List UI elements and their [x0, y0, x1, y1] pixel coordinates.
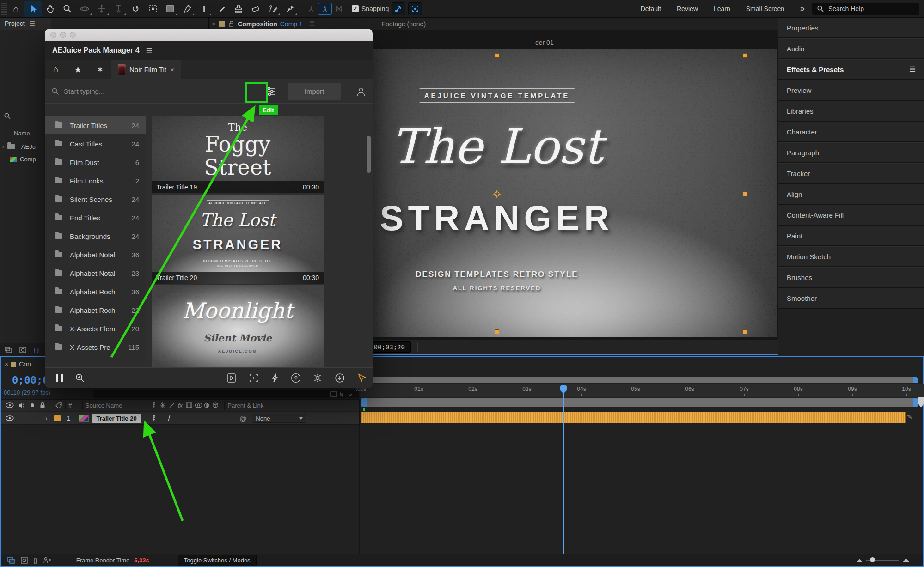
- workspace-tab-learn[interactable]: Learn: [714, 5, 730, 12]
- project-footer-icon-2[interactable]: [19, 347, 26, 353]
- category-end-titles[interactable]: End Titles24: [45, 208, 146, 227]
- comp-label-color-chip[interactable]: [219, 21, 225, 27]
- aejuice-pack-tab[interactable]: Noir Film Tit ×: [111, 60, 181, 79]
- home-tool-icon[interactable]: ⌂: [7, 1, 24, 17]
- layer-number-column[interactable]: #: [68, 402, 72, 409]
- layer-duration-bar[interactable]: [361, 412, 906, 423]
- aejuice-titlebar[interactable]: [45, 29, 373, 41]
- search-help-box[interactable]: Search Help: [812, 3, 919, 15]
- eraser-tool-icon[interactable]: [247, 1, 264, 17]
- panel-tab-effects-presets[interactable]: Effects & Presets☰: [778, 59, 924, 80]
- rotate-tool-icon[interactable]: ↺: [127, 1, 144, 17]
- category-backgrounds[interactable]: Backgrounds24: [45, 227, 146, 245]
- panel-tab-properties[interactable]: Properties: [778, 18, 924, 38]
- workspace-tab-small-screen[interactable]: Small Screen: [746, 5, 784, 12]
- parent-link-column[interactable]: Parent & Link: [227, 402, 263, 409]
- selection-handle-mid-right[interactable]: [743, 192, 747, 196]
- category-alphabet-notal-2[interactable]: Alphabet Notal23: [45, 264, 146, 282]
- project-footer-icon-3[interactable]: { }: [34, 346, 39, 353]
- panel-tab-smoother[interactable]: Smoother: [778, 288, 924, 309]
- panel-menu-icon[interactable]: ☰: [309, 20, 315, 28]
- panel-tab-character[interactable]: Character: [778, 122, 924, 142]
- live-update-icon[interactable]: [7, 557, 15, 564]
- panel-tab-content-aware-fill[interactable]: Content-Aware Fill: [778, 205, 924, 226]
- video-eye-icon[interactable]: [6, 402, 14, 408]
- lock-icon[interactable]: [40, 402, 45, 408]
- aejuice-search-placeholder[interactable]: Start typing...: [64, 87, 104, 95]
- composition-preview-image[interactable]: AEJUICE VINTAGE TEMPLATE The Lost STRANG…: [370, 49, 777, 337]
- category-x-assets-presets[interactable]: X-Assets Pre115: [45, 338, 146, 356]
- close-tab-icon[interactable]: ×: [170, 66, 174, 73]
- resize-frame-icon[interactable]: [249, 373, 259, 383]
- time-ruler[interactable]: :00s 01s 02s 03s 04s 05s 06s 07s 08s 09s…: [360, 384, 924, 397]
- preview-player-icon[interactable]: [226, 373, 237, 383]
- category-cast-titles[interactable]: Cast Titles24: [45, 134, 146, 153]
- mac-minimize-icon[interactable]: [60, 32, 66, 38]
- timeline-zoom-slider[interactable]: [866, 560, 899, 561]
- selection-handle-bottom-right[interactable]: [743, 329, 747, 334]
- timeline-navigator-bar[interactable]: [361, 377, 918, 383]
- category-trailer-titles[interactable]: Trailer Titles24: [45, 116, 146, 134]
- toolbar-drag-handle[interactable]: [1, 2, 7, 15]
- anchor-point-icon[interactable]: [493, 190, 501, 198]
- panel-tab-audio[interactable]: Audio: [778, 38, 924, 59]
- selection-handle-bottom-center[interactable]: [495, 329, 499, 334]
- snapping-control[interactable]: ✓ Snapping: [352, 5, 389, 12]
- hand-tool-icon[interactable]: [42, 1, 59, 17]
- solo-icon[interactable]: [31, 403, 34, 407]
- toggle-switches-modes-button[interactable]: Toggle Switches / Modes: [178, 555, 257, 566]
- preset-thumbnail-lost-stranger[interactable]: AEJUICE VINTAGE TEMPLATE The Lost STRANG…: [152, 195, 324, 284]
- snapping-checkbox[interactable]: ✓: [352, 5, 359, 12]
- pen-tool-icon[interactable]: [178, 1, 196, 17]
- expressions-icon[interactable]: {}: [33, 557, 37, 564]
- project-panel-tab[interactable]: Project ☰: [0, 18, 51, 30]
- layer-quality-icon[interactable]: [151, 415, 157, 422]
- panel-tab-libraries[interactable]: Libraries: [778, 101, 924, 122]
- panel-tab-motion-sketch[interactable]: Motion Sketch: [778, 246, 924, 267]
- panel-menu-icon[interactable]: ☰: [30, 20, 36, 27]
- project-item-folder[interactable]: › _AEJu: [2, 143, 36, 150]
- mac-close-icon[interactable]: [50, 32, 56, 38]
- work-area-start-handle[interactable]: [361, 398, 367, 407]
- panel-tab-paint[interactable]: Paint: [778, 226, 924, 246]
- composition-name[interactable]: Comp 1: [280, 20, 303, 28]
- category-alphabet-notal-1[interactable]: Alphabet Notal36: [45, 245, 146, 264]
- preset-thumbnail-foggy-street[interactable]: The Foggy Street Trailer Title 19 00:30: [152, 116, 324, 193]
- workspace-tab-default[interactable]: Default: [641, 5, 661, 12]
- timeline-tab[interactable]: × Con: [5, 360, 31, 368]
- import-button[interactable]: Import: [288, 83, 341, 100]
- panel-tab-paragraph[interactable]: Paragraph: [778, 142, 924, 163]
- comp-marker-bin-icon[interactable]: [918, 397, 924, 408]
- zoom-in-icon[interactable]: [75, 373, 85, 383]
- panel-menu-icon[interactable]: ☰: [146, 46, 153, 55]
- audio-speaker-icon[interactable]: [18, 402, 25, 408]
- mac-zoom-icon[interactable]: [70, 32, 76, 38]
- aejuice-home-tab[interactable]: ⌂: [45, 60, 67, 79]
- project-footer-icon-1[interactable]: [5, 347, 12, 353]
- preset-thumbnail-moonlight[interactable]: Moonlight Silent Movie AEJUICE.COM Trail…: [152, 285, 324, 379]
- orbit-camera-tool-icon[interactable]: [76, 1, 93, 17]
- hidden-panel-tab-label[interactable]: der 01: [535, 39, 554, 46]
- selection-tool-icon[interactable]: [24, 1, 42, 17]
- work-area-bar[interactable]: [361, 398, 918, 407]
- workspace-overflow-chevron[interactable]: »: [800, 4, 805, 13]
- snap-edges-icon[interactable]: [392, 2, 405, 15]
- layer-bar-end-icon[interactable]: ✎: [907, 413, 912, 421]
- category-film-looks[interactable]: Film Looks2: [45, 171, 146, 190]
- download-icon[interactable]: [335, 373, 345, 383]
- footage-tab-label[interactable]: Footage (none): [381, 20, 426, 28]
- quick-actions-bolt-icon[interactable]: [271, 373, 279, 383]
- panel-menu-icon[interactable]: ☰: [910, 65, 916, 73]
- source-name-column[interactable]: Source Name: [86, 402, 122, 409]
- layer-label-color-chip[interactable]: [54, 415, 61, 421]
- selection-handle-top-right[interactable]: [743, 53, 747, 58]
- pause-icon[interactable]: [56, 374, 63, 382]
- timeline-search-strip[interactable]: [93, 390, 359, 398]
- camera-tool-icon[interactable]: [144, 1, 161, 17]
- stamp-tool-icon[interactable]: [230, 1, 247, 17]
- work-area-end-handle[interactable]: [913, 398, 918, 407]
- expand-arrow-icon[interactable]: ›: [2, 143, 4, 150]
- rectangle-tool-icon[interactable]: [161, 1, 178, 17]
- lock-open-icon[interactable]: [228, 21, 234, 27]
- dolly-camera-tool-icon[interactable]: [110, 1, 127, 17]
